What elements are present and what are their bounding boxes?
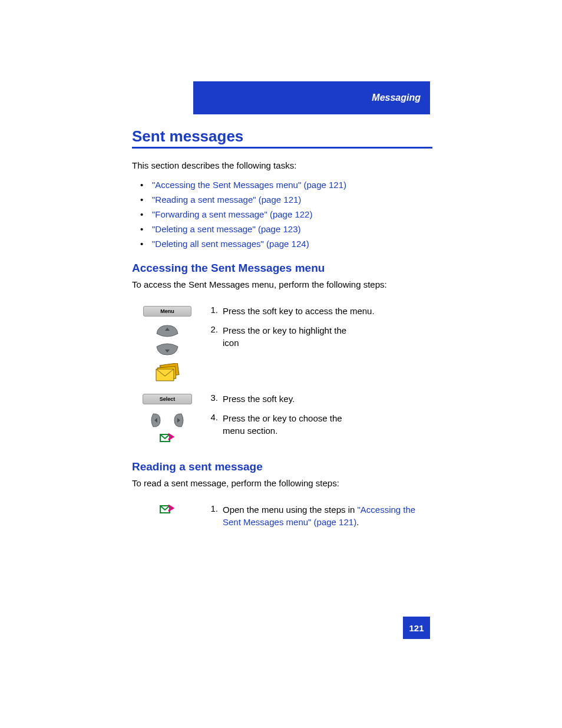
document-page: Messaging Sent messages This section des… xyxy=(0,0,562,728)
step-text: Open the menu using the steps in "Access… xyxy=(223,500,432,532)
sent-envelope-icon xyxy=(160,503,175,515)
toc-item: "Reading a sent message" (page 121) xyxy=(140,195,432,205)
step-number: 1. xyxy=(203,301,223,321)
content-area: Sent messages This section describes the… xyxy=(132,127,432,532)
menu-softkey-icon: Menu xyxy=(143,306,191,317)
messaging-envelope-icon xyxy=(154,363,181,386)
step-number: 3. xyxy=(203,389,223,409)
section2-steps: 1. Open the menu using the steps in "Acc… xyxy=(132,500,432,532)
select-softkey-icon: Select xyxy=(143,394,193,404)
section2-intro: To read a sent message, perform the foll… xyxy=(132,477,432,489)
step-number: 2. xyxy=(203,321,223,360)
toc-item: "Forwarding a sent message" (page 122) xyxy=(140,209,432,219)
toc-link[interactable]: "Reading a sent message" (page 121) xyxy=(152,195,301,205)
section1-steps: Menu 1. Press the soft key to access the… xyxy=(132,301,432,447)
intro-text: This section describes the following tas… xyxy=(132,159,432,172)
step-text: Press the or key to highlight the icon xyxy=(223,321,432,360)
section1-heading: Accessing the Sent Messages menu xyxy=(132,262,432,275)
toc-link[interactable]: "Forwarding a sent message" (page 122) xyxy=(152,209,312,219)
header-bar: Messaging xyxy=(193,81,430,114)
header-section-label: Messaging xyxy=(372,93,421,103)
toc-item: "Accessing the Sent Messages menu" (page… xyxy=(140,180,432,190)
step-text: Press the soft key. xyxy=(223,389,432,409)
step-text: Press the soft key to access the menu. xyxy=(223,301,432,321)
toc-item: "Deleting a sent message" (page 123) xyxy=(140,224,432,234)
step-text: Press the or key to choose the menu sect… xyxy=(223,409,432,447)
up-down-nav-icon xyxy=(132,324,203,356)
step-number: 1. xyxy=(203,500,223,532)
step-number: 4. xyxy=(203,409,223,447)
left-right-nav-with-sent-icon xyxy=(132,412,203,444)
toc-list: "Accessing the Sent Messages menu" (page… xyxy=(140,180,432,249)
toc-link[interactable]: "Deleting all sent messages" (page 124) xyxy=(152,239,309,249)
toc-link[interactable]: "Deleting a sent message" (page 123) xyxy=(152,224,300,234)
section1-intro: To access the Sent Messages menu, perfor… xyxy=(132,278,432,291)
page-number: 121 xyxy=(403,617,430,639)
section2-heading: Reading a sent message xyxy=(132,460,432,473)
page-title: Sent messages xyxy=(132,127,432,149)
toc-link[interactable]: "Accessing the Sent Messages menu" (page… xyxy=(152,180,346,190)
toc-item: "Deleting all sent messages" (page 124) xyxy=(140,239,432,249)
